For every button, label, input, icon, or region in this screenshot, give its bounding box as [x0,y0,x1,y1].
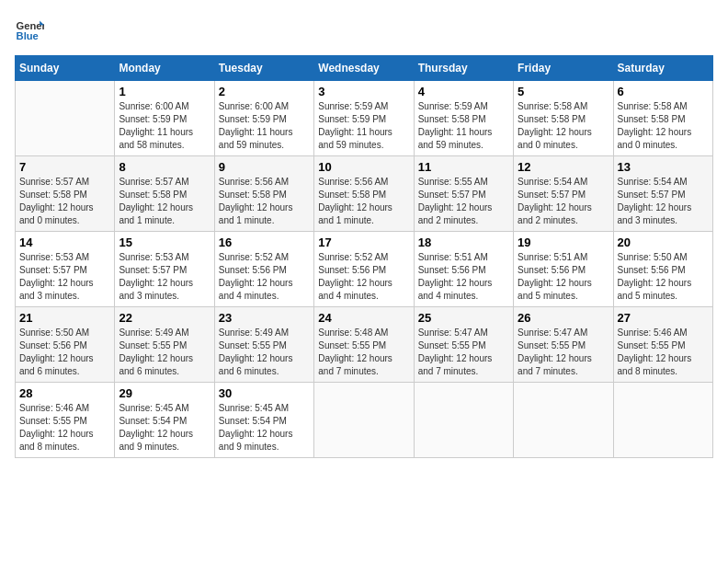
day-info: Sunrise: 5:46 AM Sunset: 5:55 PM Dayligh… [618,327,709,378]
calendar-header: SundayMondayTuesdayWednesdayThursdayFrid… [16,56,713,81]
calendar-cell: 11Sunrise: 5:55 AM Sunset: 5:57 PM Dayli… [414,156,513,232]
day-number: 25 [418,311,509,325]
calendar-cell: 7Sunrise: 5:57 AM Sunset: 5:58 PM Daylig… [16,156,115,232]
calendar-cell: 17Sunrise: 5:52 AM Sunset: 5:56 PM Dayli… [314,232,414,307]
day-number: 18 [418,236,509,249]
day-info: Sunrise: 5:53 AM Sunset: 5:57 PM Dayligh… [119,251,210,303]
day-header-tuesday: Tuesday [214,56,313,81]
day-header-friday: Friday [514,56,613,81]
day-number: 21 [19,311,110,325]
svg-text:Blue: Blue [17,30,39,41]
day-number: 23 [219,311,310,325]
day-info: Sunrise: 5:49 AM Sunset: 5:55 PM Dayligh… [219,327,310,378]
day-number: 26 [518,311,609,325]
day-info: Sunrise: 5:51 AM Sunset: 5:56 PM Dayligh… [518,251,609,303]
day-info: Sunrise: 5:47 AM Sunset: 5:55 PM Dayligh… [518,327,609,378]
day-number: 8 [119,160,210,174]
day-header-monday: Monday [115,56,214,81]
day-info: Sunrise: 5:45 AM Sunset: 5:54 PM Dayligh… [219,402,310,454]
calendar-week-1: 1Sunrise: 6:00 AM Sunset: 5:59 PM Daylig… [16,81,713,156]
day-info: Sunrise: 5:56 AM Sunset: 5:58 PM Dayligh… [318,176,409,227]
calendar-cell: 9Sunrise: 5:56 AM Sunset: 5:58 PM Daylig… [214,156,313,232]
day-number: 27 [618,311,709,325]
calendar-cell: 12Sunrise: 5:54 AM Sunset: 5:57 PM Dayli… [514,156,613,232]
day-info: Sunrise: 5:59 AM Sunset: 5:59 PM Dayligh… [318,100,409,152]
calendar-cell: 16Sunrise: 5:52 AM Sunset: 5:56 PM Dayli… [214,232,313,307]
calendar-cell: 28Sunrise: 5:46 AM Sunset: 5:55 PM Dayli… [16,383,115,458]
calendar-cell [414,383,513,458]
day-number: 12 [518,160,609,174]
calendar-cell: 5Sunrise: 5:58 AM Sunset: 5:58 PM Daylig… [514,81,613,156]
day-number: 28 [19,386,110,400]
day-header-saturday: Saturday [613,56,712,81]
calendar-cell: 21Sunrise: 5:50 AM Sunset: 5:56 PM Dayli… [16,307,115,383]
calendar-cell: 14Sunrise: 5:53 AM Sunset: 5:57 PM Dayli… [16,232,115,307]
calendar-cell [514,383,613,458]
logo: General Blue [15,15,44,44]
day-number: 19 [518,236,609,249]
day-number: 24 [318,311,409,325]
day-number: 22 [119,311,210,325]
day-number: 1 [119,85,210,98]
calendar-cell: 10Sunrise: 5:56 AM Sunset: 5:58 PM Dayli… [314,156,414,232]
calendar-cell: 27Sunrise: 5:46 AM Sunset: 5:55 PM Dayli… [613,307,712,383]
day-info: Sunrise: 6:00 AM Sunset: 5:59 PM Dayligh… [219,100,310,152]
day-info: Sunrise: 5:55 AM Sunset: 5:57 PM Dayligh… [418,176,509,227]
day-info: Sunrise: 5:54 AM Sunset: 5:57 PM Dayligh… [518,176,609,227]
day-number: 16 [219,236,310,249]
calendar-cell [314,383,414,458]
calendar-cell: 19Sunrise: 5:51 AM Sunset: 5:56 PM Dayli… [514,232,613,307]
calendar-cell: 2Sunrise: 6:00 AM Sunset: 5:59 PM Daylig… [214,81,313,156]
day-info: Sunrise: 5:59 AM Sunset: 5:58 PM Dayligh… [418,100,509,152]
calendar-cell: 22Sunrise: 5:49 AM Sunset: 5:55 PM Dayli… [115,307,214,383]
day-info: Sunrise: 5:51 AM Sunset: 5:56 PM Dayligh… [418,251,509,303]
day-info: Sunrise: 5:49 AM Sunset: 5:55 PM Dayligh… [119,327,210,378]
day-info: Sunrise: 5:57 AM Sunset: 5:58 PM Dayligh… [19,176,110,227]
calendar-cell: 13Sunrise: 5:54 AM Sunset: 5:57 PM Dayli… [613,156,712,232]
day-info: Sunrise: 5:58 AM Sunset: 5:58 PM Dayligh… [618,100,709,152]
day-number: 29 [119,386,210,400]
day-number: 2 [219,85,310,98]
day-info: Sunrise: 5:47 AM Sunset: 5:55 PM Dayligh… [418,327,509,378]
calendar-cell [613,383,712,458]
day-number: 6 [618,85,709,98]
day-number: 7 [19,160,110,174]
day-number: 14 [19,236,110,249]
calendar-cell: 30Sunrise: 5:45 AM Sunset: 5:54 PM Dayli… [214,383,313,458]
day-number: 17 [318,236,409,249]
calendar-cell: 24Sunrise: 5:48 AM Sunset: 5:55 PM Dayli… [314,307,414,383]
calendar-cell: 20Sunrise: 5:50 AM Sunset: 5:56 PM Dayli… [613,232,712,307]
day-info: Sunrise: 5:56 AM Sunset: 5:58 PM Dayligh… [219,176,310,227]
day-info: Sunrise: 5:46 AM Sunset: 5:55 PM Dayligh… [19,402,110,454]
day-number: 30 [219,386,310,400]
day-number: 3 [318,85,409,98]
day-number: 5 [518,85,609,98]
calendar-table: SundayMondayTuesdayWednesdayThursdayFrid… [15,55,713,458]
day-number: 11 [418,160,509,174]
calendar-cell: 29Sunrise: 5:45 AM Sunset: 5:54 PM Dayli… [115,383,214,458]
calendar-cell [16,81,115,156]
logo-icon: General Blue [15,15,44,44]
day-number: 13 [618,160,709,174]
day-info: Sunrise: 5:52 AM Sunset: 5:56 PM Dayligh… [219,251,310,303]
day-info: Sunrise: 5:45 AM Sunset: 5:54 PM Dayligh… [119,402,210,454]
calendar-cell: 15Sunrise: 5:53 AM Sunset: 5:57 PM Dayli… [115,232,214,307]
calendar-week-4: 21Sunrise: 5:50 AM Sunset: 5:56 PM Dayli… [16,307,713,383]
day-header-thursday: Thursday [414,56,513,81]
calendar-cell: 26Sunrise: 5:47 AM Sunset: 5:55 PM Dayli… [514,307,613,383]
day-info: Sunrise: 6:00 AM Sunset: 5:59 PM Dayligh… [119,100,210,152]
day-info: Sunrise: 5:52 AM Sunset: 5:56 PM Dayligh… [318,251,409,303]
calendar-cell: 1Sunrise: 6:00 AM Sunset: 5:59 PM Daylig… [115,81,214,156]
day-info: Sunrise: 5:50 AM Sunset: 5:56 PM Dayligh… [19,327,110,378]
calendar-cell: 3Sunrise: 5:59 AM Sunset: 5:59 PM Daylig… [314,81,414,156]
day-info: Sunrise: 5:58 AM Sunset: 5:58 PM Dayligh… [518,100,609,152]
calendar-cell: 25Sunrise: 5:47 AM Sunset: 5:55 PM Dayli… [414,307,513,383]
day-number: 9 [219,160,310,174]
calendar-cell: 4Sunrise: 5:59 AM Sunset: 5:58 PM Daylig… [414,81,513,156]
calendar-cell: 6Sunrise: 5:58 AM Sunset: 5:58 PM Daylig… [613,81,712,156]
day-header-sunday: Sunday [16,56,115,81]
calendar-cell: 8Sunrise: 5:57 AM Sunset: 5:58 PM Daylig… [115,156,214,232]
day-info: Sunrise: 5:54 AM Sunset: 5:57 PM Dayligh… [618,176,709,227]
day-info: Sunrise: 5:50 AM Sunset: 5:56 PM Dayligh… [618,251,709,303]
day-info: Sunrise: 5:57 AM Sunset: 5:58 PM Dayligh… [119,176,210,227]
